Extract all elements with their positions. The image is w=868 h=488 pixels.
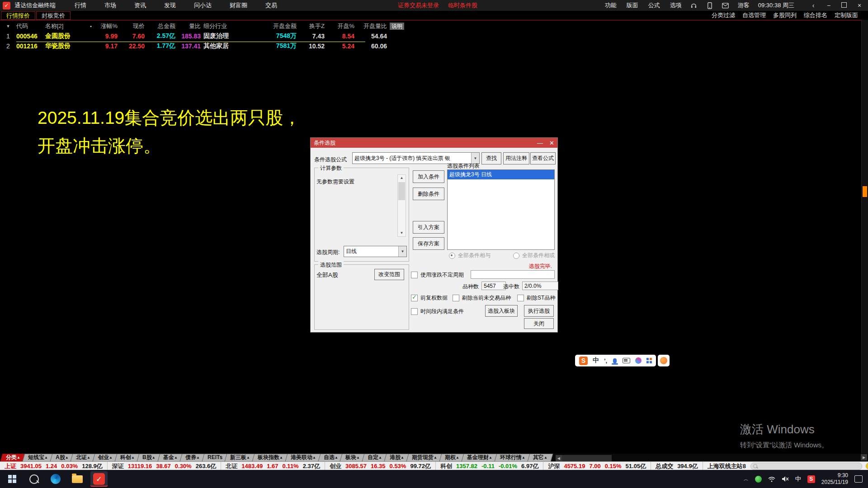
delete-condition-button[interactable]: 删除条件 (413, 188, 444, 200)
coin-icon[interactable]: ↑ (866, 463, 868, 469)
checkbox-unchecked-icon[interactable] (517, 295, 524, 301)
index-segment[interactable]: 创业 3085.57 16.35 0.53% 99.72亿 (325, 462, 436, 470)
radio-all-and[interactable]: 全部条件相与 (449, 252, 491, 259)
col-industry[interactable]: 细分行业 (203, 22, 249, 30)
radio-on-icon[interactable] (449, 253, 455, 259)
dialog-close-icon[interactable]: ✕ (549, 140, 554, 146)
tdx-app-icon[interactable]: ✓ (90, 471, 108, 487)
radio-all-or[interactable]: 全部条件相或 (513, 252, 555, 259)
index-name[interactable]: 北证 (226, 462, 237, 470)
scroll-up-icon[interactable]: ▲ (398, 175, 406, 181)
restore-icon[interactable] (840, 2, 848, 9)
minimize-icon[interactable]: − (825, 2, 833, 9)
index-name[interactable]: 创业 (330, 462, 341, 470)
col-price[interactable]: 现价 (120, 22, 147, 30)
tab-arrow-icon[interactable]: ▲ (522, 455, 525, 460)
tab-scroll-left-icon[interactable]: ◀ (556, 455, 562, 461)
tab-arrow-icon[interactable]: ▲ (44, 455, 48, 460)
index-name[interactable]: 深证 (112, 462, 124, 470)
start-button[interactable] (4, 471, 21, 487)
file-explorer-icon[interactable] (69, 471, 86, 487)
select-to-board-button[interactable]: 选股入板块 (485, 305, 518, 317)
sort-dropdown-icon[interactable]: ▼ (0, 24, 16, 28)
toolbar-item[interactable]: 综合排名 (804, 11, 827, 19)
usage-note-button[interactable]: 用法注释 (503, 152, 529, 164)
tab-arrow-icon[interactable]: ▲ (65, 455, 69, 460)
menu-item[interactable]: 功能 (605, 1, 617, 9)
scrollbar-thumb[interactable] (863, 186, 867, 197)
market-tab[interactable]: 其它▲ (527, 454, 553, 461)
tab-arrow-icon[interactable]: ▲ (246, 455, 250, 460)
dialog-titlebar[interactable]: 条件选股 — ✕ (311, 138, 557, 148)
tray-ime-mode[interactable]: 中 (795, 475, 801, 483)
checkbox-timerange[interactable]: 时间段内满足条件 (411, 308, 464, 315)
find-button[interactable]: 查找 (481, 152, 501, 164)
server-name[interactable]: 上海双线主站8 (708, 462, 746, 470)
market-tab[interactable]: 期货现货▲ (406, 454, 443, 461)
menu-item[interactable]: 选项 (670, 1, 682, 9)
index-name[interactable]: 沪深 (548, 462, 560, 470)
ime-toolbox-icon[interactable] (646, 358, 652, 363)
scroll-down-icon[interactable]: ▼ (398, 230, 406, 236)
taskbar-search-icon[interactable] (25, 471, 42, 487)
tab-arrow-icon[interactable]: ▲ (378, 455, 382, 460)
ime-mic-icon[interactable] (613, 358, 617, 363)
index-name[interactable]: 科创 (440, 462, 452, 470)
ime-punctuation-icon[interactable]: ’, (604, 357, 607, 364)
change-range-button[interactable]: 改变范围 (374, 269, 404, 280)
variable-period-input[interactable] (471, 270, 555, 279)
cell-code[interactable]: 000546 (16, 33, 45, 40)
checkbox-unchecked-icon[interactable] (411, 272, 418, 278)
edge-icon[interactable] (47, 471, 64, 487)
server-segment[interactable]: 上海双线主站8 (703, 462, 750, 470)
menu-item[interactable]: 版面 (627, 1, 638, 9)
toolbar-item[interactable]: 定制版面 (835, 11, 858, 19)
taskbar-clock[interactable]: 9:30 2025/11/19 (821, 472, 848, 486)
add-condition-button[interactable]: 加入条件 (413, 170, 444, 183)
condition-list-item-selected[interactable]: 超级擒龙3号 日线 (448, 170, 554, 179)
cell-name[interactable]: 华瓷股份 (45, 42, 88, 50)
checkbox-forward-adjusted[interactable]: 前复权数据 (411, 294, 448, 302)
market-tab[interactable]: 港美联动▲ (285, 454, 321, 461)
view-formula-button[interactable]: 查看公式 (530, 152, 556, 164)
tab-arrow-icon[interactable]: ▲ (131, 455, 135, 460)
menu-item[interactable]: 问小达 (194, 1, 212, 9)
table-row[interactable]: 2 001216 华瓷股份 9.17 22.50 1.77亿 137.41 其他… (0, 41, 411, 51)
market-tab[interactable]: 期权▲ (439, 454, 465, 461)
index-segment[interactable]: 科创 1357.82 -0.11 -0.01% 6.97亿 (436, 462, 543, 470)
combobox-arrow-icon[interactable]: ▼ (398, 246, 406, 257)
menu-item[interactable]: 市场 (104, 1, 116, 9)
index-segment[interactable]: 上证 3941.05 1.24 0.03% 128.9亿 (0, 462, 108, 470)
tab-arrow-icon[interactable]: ▲ (312, 455, 316, 460)
tab-arrow-icon[interactable]: ▲ (434, 455, 437, 460)
market-tab[interactable]: 基金▲ (157, 454, 183, 461)
index-segment[interactable]: 北证 1483.49 1.67 0.11% 2.37亿 (221, 462, 325, 470)
volume-muted-icon[interactable] (782, 475, 789, 483)
table-row[interactable]: 1 000546 金圆股份 9.99 7.60 2.57亿 185.83 固废治… (0, 31, 411, 41)
vertical-scrollbar[interactable] (861, 20, 868, 454)
toolbar-item[interactable]: 分类过滤 (712, 11, 735, 19)
checkbox-checked-icon[interactable] (411, 295, 418, 301)
menu-item[interactable]: 行情 (75, 1, 86, 9)
user-label[interactable]: 游客 (738, 1, 750, 9)
import-scheme-button[interactable]: 引入方案 (413, 221, 444, 234)
dialog-close-button[interactable]: 关闭 (524, 318, 554, 329)
menu-item[interactable]: 财富圈 (230, 1, 247, 9)
execute-select-button[interactable]: 执行选股 (524, 305, 554, 317)
market-tab[interactable]: 基金理财▲ (462, 454, 498, 461)
menu-item[interactable]: 发现 (164, 1, 176, 9)
ime-skin-icon[interactable] (635, 357, 642, 364)
market-tab[interactable]: 环球行情▲ (495, 454, 531, 461)
close-icon[interactable]: × (855, 2, 863, 9)
tab-arrow-icon[interactable]: ▲ (196, 455, 200, 460)
menu-item[interactable]: 公式 (648, 1, 660, 9)
condition-listbox[interactable]: 超级擒龙3号 日线 (447, 169, 555, 250)
quote-tab[interactable]: 封板竞价 (36, 11, 71, 20)
market-tab[interactable]: 分类▲ (0, 454, 26, 461)
mobile-app-icon[interactable] (706, 2, 713, 9)
checkbox-exclude-st[interactable]: 剔除ST品种 (517, 294, 555, 302)
dialog-minimize-icon[interactable]: — (537, 140, 543, 146)
tab-arrow-icon[interactable]: ▲ (152, 455, 156, 460)
save-scheme-button[interactable]: 保存方案 (413, 237, 444, 250)
feedback-mail-icon[interactable] (722, 2, 729, 9)
